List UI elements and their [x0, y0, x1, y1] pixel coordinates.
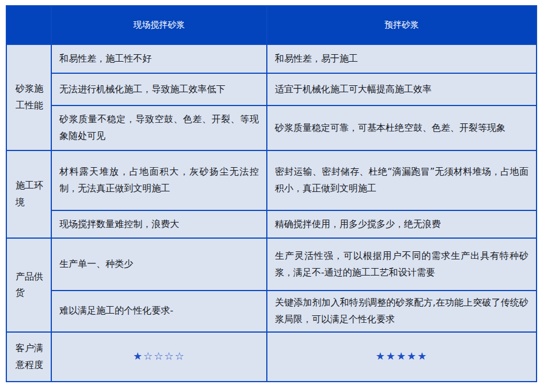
table-row: 砂浆质量不稳定，导致空鼓、色差、开裂、等现象随处可见 砂浆质量稳定可靠，可基本杜…: [6, 105, 537, 150]
table-row: 砂浆施工性能 和易性差，施工性不好 和易性差，易于施工: [6, 44, 537, 73]
row-group-label-construction-environment: 施工环境: [6, 150, 51, 238]
cell-site-mixed: 材料露天堆放，占地面积大，灰砂扬尘无法控制，无法真正做到文明施工: [51, 150, 267, 210]
cell-premixed: 密封运输、密封储存、杜绝“滴漏跑冒”无须材料堆场，占地面积小，真正做到文明施工: [267, 150, 537, 210]
col-header-site-mixed: 现场搅拌砂浆: [51, 6, 267, 44]
cell-site-mixed: 生产单一、种类少: [51, 238, 267, 291]
row-group-label-customer-satisfaction: 客户满意程度: [6, 332, 51, 382]
cell-site-mixed: 和易性差，施工性不好: [51, 44, 267, 73]
page: 现场搅拌砂浆 预拌砂浆 砂浆施工性能 和易性差，施工性不好 和易性差，易于施工 …: [0, 0, 540, 392]
col-header-premixed: 预拌砂浆: [267, 6, 537, 44]
cell-premixed: 关键添加剂加入和特别调整的砂浆配方,在功能上突破了传统砂浆局限，可以满足个性化要…: [267, 291, 537, 332]
mortar-comparison-table: 现场搅拌砂浆 预拌砂浆 砂浆施工性能 和易性差，施工性不好 和易性差，易于施工 …: [6, 5, 537, 382]
cell-premixed: 生产灵活性强，可以根据用户不同的需求生产出具有特种砂浆，满足不-通过的施工工艺和…: [267, 238, 537, 291]
cell-premixed: 砂浆质量稳定可靠，可基本杜绝空鼓、色差、开裂等现象: [267, 105, 537, 150]
table-row: 无法进行机械化施工，导致施工效率低下 适宜于机械化施工可大幅提高施工效率: [6, 73, 537, 105]
cell-site-mixed: 难以满足施工的个性化要求-: [51, 291, 267, 332]
table-row: 难以满足施工的个性化要求- 关键添加剂加入和特别调整的砂浆配方,在功能上突破了传…: [6, 291, 537, 332]
cell-site-mixed: 砂浆质量不稳定，导致空鼓、色差、开裂、等现象随处可见: [51, 105, 267, 150]
cell-site-mixed: 现场搅拌数量难控制，浪费大: [51, 210, 267, 238]
table-row: 客户满意程度 ★☆☆☆☆ ★★★★★: [6, 332, 537, 382]
table-row: 现场搅拌数量难控制，浪费大 精确搅拌使用，用多少搅多少，绝无浪费: [6, 210, 537, 238]
cell-premixed: 精确搅拌使用，用多少搅多少，绝无浪费: [267, 210, 537, 238]
cell-site-mixed: 无法进行机械化施工，导致施工效率低下: [51, 73, 267, 105]
site-mixed-rating: ★☆☆☆☆: [51, 332, 267, 382]
header-row: 现场搅拌砂浆 预拌砂浆: [6, 6, 537, 44]
corner-cell: [6, 6, 51, 44]
row-group-label-product-supply: 产品供货: [6, 238, 51, 332]
premixed-rating: ★★★★★: [267, 332, 537, 382]
cell-premixed: 适宜于机械化施工可大幅提高施工效率: [267, 73, 537, 105]
table-row: 产品供货 生产单一、种类少 生产灵活性强，可以根据用户不同的需求生产出具有特种砂…: [6, 238, 537, 291]
table-row: 施工环境 材料露天堆放，占地面积大，灰砂扬尘无法控制，无法真正做到文明施工 密封…: [6, 150, 537, 210]
cell-premixed: 和易性差，易于施工: [267, 44, 537, 73]
row-group-label-mortar-performance: 砂浆施工性能: [6, 44, 51, 150]
